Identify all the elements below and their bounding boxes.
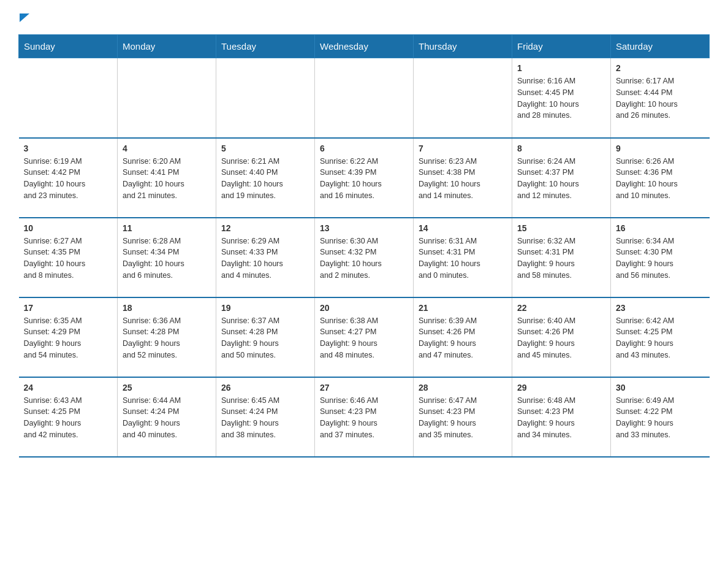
calendar-cell: 20Sunrise: 6:38 AM Sunset: 4:27 PM Dayli…: [315, 297, 414, 377]
day-info: Sunrise: 6:35 AM Sunset: 4:29 PM Dayligh…: [24, 315, 113, 361]
day-number: 27: [320, 383, 408, 393]
page-header: [18, 12, 710, 22]
day-info: Sunrise: 6:24 AM Sunset: 4:37 PM Dayligh…: [517, 156, 605, 202]
col-header-saturday: Saturday: [611, 35, 710, 58]
day-info: Sunrise: 6:34 AM Sunset: 4:30 PM Dayligh…: [616, 236, 705, 282]
calendar-cell: [414, 58, 512, 138]
day-number: 6: [320, 144, 408, 153]
day-info: Sunrise: 6:44 AM Sunset: 4:24 PM Dayligh…: [123, 395, 211, 441]
calendar-cell: 22Sunrise: 6:40 AM Sunset: 4:26 PM Dayli…: [512, 297, 611, 377]
calendar-cell: 30Sunrise: 6:49 AM Sunset: 4:22 PM Dayli…: [611, 377, 710, 457]
day-number: 8: [517, 144, 605, 153]
calendar-cell: 28Sunrise: 6:47 AM Sunset: 4:23 PM Dayli…: [414, 377, 512, 457]
calendar-week-row: 17Sunrise: 6:35 AM Sunset: 4:29 PM Dayli…: [19, 297, 710, 377]
day-info: Sunrise: 6:17 AM Sunset: 4:44 PM Dayligh…: [616, 75, 705, 121]
calendar-table: SundayMondayTuesdayWednesdayThursdayFrid…: [18, 34, 710, 458]
day-number: 29: [517, 383, 605, 393]
day-info: Sunrise: 6:21 AM Sunset: 4:40 PM Dayligh…: [221, 156, 309, 202]
calendar-cell: 7Sunrise: 6:23 AM Sunset: 4:38 PM Daylig…: [414, 138, 512, 218]
day-number: 25: [123, 383, 211, 393]
calendar-cell: 5Sunrise: 6:21 AM Sunset: 4:40 PM Daylig…: [216, 138, 315, 218]
calendar-cell: 2Sunrise: 6:17 AM Sunset: 4:44 PM Daylig…: [611, 58, 710, 138]
day-info: Sunrise: 6:46 AM Sunset: 4:23 PM Dayligh…: [320, 395, 408, 441]
calendar-cell: 18Sunrise: 6:36 AM Sunset: 4:28 PM Dayli…: [118, 297, 216, 377]
day-info: Sunrise: 6:40 AM Sunset: 4:26 PM Dayligh…: [517, 315, 605, 361]
calendar-cell: 15Sunrise: 6:32 AM Sunset: 4:31 PM Dayli…: [512, 218, 611, 297]
day-info: Sunrise: 6:42 AM Sunset: 4:25 PM Dayligh…: [616, 315, 705, 361]
calendar-cell: 3Sunrise: 6:19 AM Sunset: 4:42 PM Daylig…: [19, 138, 118, 218]
calendar-cell: 14Sunrise: 6:31 AM Sunset: 4:31 PM Dayli…: [414, 218, 512, 297]
calendar-cell: 16Sunrise: 6:34 AM Sunset: 4:30 PM Dayli…: [611, 218, 710, 297]
calendar-cell: [216, 58, 315, 138]
calendar-cell: [19, 58, 118, 138]
day-number: 18: [123, 303, 211, 313]
calendar-cell: 11Sunrise: 6:28 AM Sunset: 4:34 PM Dayli…: [118, 218, 216, 297]
day-number: 3: [24, 144, 113, 153]
day-number: 14: [419, 223, 507, 233]
day-info: Sunrise: 6:48 AM Sunset: 4:23 PM Dayligh…: [517, 395, 605, 441]
day-number: 24: [24, 383, 113, 393]
day-number: 17: [24, 303, 113, 313]
day-number: 19: [221, 303, 309, 313]
day-number: 15: [517, 223, 605, 233]
day-number: 30: [616, 383, 705, 393]
col-header-friday: Friday: [512, 35, 611, 58]
day-number: 7: [419, 144, 507, 153]
calendar-cell: 24Sunrise: 6:43 AM Sunset: 4:25 PM Dayli…: [19, 377, 118, 457]
calendar-week-row: 1Sunrise: 6:16 AM Sunset: 4:45 PM Daylig…: [19, 58, 710, 138]
day-info: Sunrise: 6:45 AM Sunset: 4:24 PM Dayligh…: [221, 395, 309, 441]
day-number: 12: [221, 223, 309, 233]
day-info: Sunrise: 6:32 AM Sunset: 4:31 PM Dayligh…: [517, 236, 605, 282]
calendar-cell: 26Sunrise: 6:45 AM Sunset: 4:24 PM Dayli…: [216, 377, 315, 457]
calendar-cell: 1Sunrise: 6:16 AM Sunset: 4:45 PM Daylig…: [512, 58, 611, 138]
day-number: 23: [616, 303, 705, 313]
day-info: Sunrise: 6:16 AM Sunset: 4:45 PM Dayligh…: [517, 75, 605, 121]
day-info: Sunrise: 6:38 AM Sunset: 4:27 PM Dayligh…: [320, 315, 408, 361]
day-info: Sunrise: 6:31 AM Sunset: 4:31 PM Dayligh…: [419, 236, 507, 282]
day-info: Sunrise: 6:23 AM Sunset: 4:38 PM Dayligh…: [419, 156, 507, 202]
calendar-cell: [315, 58, 414, 138]
col-header-wednesday: Wednesday: [315, 35, 414, 58]
day-number: 9: [616, 144, 705, 153]
day-number: 22: [517, 303, 605, 313]
day-number: 26: [221, 383, 309, 393]
calendar-cell: 12Sunrise: 6:29 AM Sunset: 4:33 PM Dayli…: [216, 218, 315, 297]
day-info: Sunrise: 6:36 AM Sunset: 4:28 PM Dayligh…: [123, 315, 211, 361]
calendar-cell: 19Sunrise: 6:37 AM Sunset: 4:28 PM Dayli…: [216, 297, 315, 377]
day-number: 2: [616, 63, 705, 73]
col-header-tuesday: Tuesday: [216, 35, 315, 58]
day-info: Sunrise: 6:29 AM Sunset: 4:33 PM Dayligh…: [221, 236, 309, 282]
day-info: Sunrise: 6:27 AM Sunset: 4:35 PM Dayligh…: [24, 236, 113, 282]
day-info: Sunrise: 6:30 AM Sunset: 4:32 PM Dayligh…: [320, 236, 408, 282]
day-info: Sunrise: 6:47 AM Sunset: 4:23 PM Dayligh…: [419, 395, 507, 441]
calendar-cell: 25Sunrise: 6:44 AM Sunset: 4:24 PM Dayli…: [118, 377, 216, 457]
calendar-cell: 10Sunrise: 6:27 AM Sunset: 4:35 PM Dayli…: [19, 218, 118, 297]
day-number: 11: [123, 223, 211, 233]
day-number: 21: [419, 303, 507, 313]
day-number: 4: [123, 144, 211, 153]
day-info: Sunrise: 6:49 AM Sunset: 4:22 PM Dayligh…: [616, 395, 705, 441]
calendar-week-row: 10Sunrise: 6:27 AM Sunset: 4:35 PM Dayli…: [19, 218, 710, 297]
calendar-cell: [118, 58, 216, 138]
calendar-cell: 17Sunrise: 6:35 AM Sunset: 4:29 PM Dayli…: [19, 297, 118, 377]
day-info: Sunrise: 6:43 AM Sunset: 4:25 PM Dayligh…: [24, 395, 113, 441]
day-number: 13: [320, 223, 408, 233]
day-info: Sunrise: 6:20 AM Sunset: 4:41 PM Dayligh…: [123, 156, 211, 202]
logo: [18, 12, 29, 22]
day-number: 1: [517, 63, 605, 73]
col-header-monday: Monday: [118, 35, 216, 58]
day-info: Sunrise: 6:19 AM Sunset: 4:42 PM Dayligh…: [24, 156, 113, 202]
calendar-cell: 6Sunrise: 6:22 AM Sunset: 4:39 PM Daylig…: [315, 138, 414, 218]
day-number: 20: [320, 303, 408, 313]
calendar-cell: 8Sunrise: 6:24 AM Sunset: 4:37 PM Daylig…: [512, 138, 611, 218]
day-info: Sunrise: 6:26 AM Sunset: 4:36 PM Dayligh…: [616, 156, 705, 202]
calendar-cell: 21Sunrise: 6:39 AM Sunset: 4:26 PM Dayli…: [414, 297, 512, 377]
calendar-week-row: 24Sunrise: 6:43 AM Sunset: 4:25 PM Dayli…: [19, 377, 710, 457]
day-info: Sunrise: 6:37 AM Sunset: 4:28 PM Dayligh…: [221, 315, 309, 361]
day-number: 16: [616, 223, 705, 233]
day-number: 28: [419, 383, 507, 393]
calendar-cell: 29Sunrise: 6:48 AM Sunset: 4:23 PM Dayli…: [512, 377, 611, 457]
day-number: 5: [221, 144, 309, 153]
calendar-cell: 4Sunrise: 6:20 AM Sunset: 4:41 PM Daylig…: [118, 138, 216, 218]
calendar-cell: 23Sunrise: 6:42 AM Sunset: 4:25 PM Dayli…: [611, 297, 710, 377]
